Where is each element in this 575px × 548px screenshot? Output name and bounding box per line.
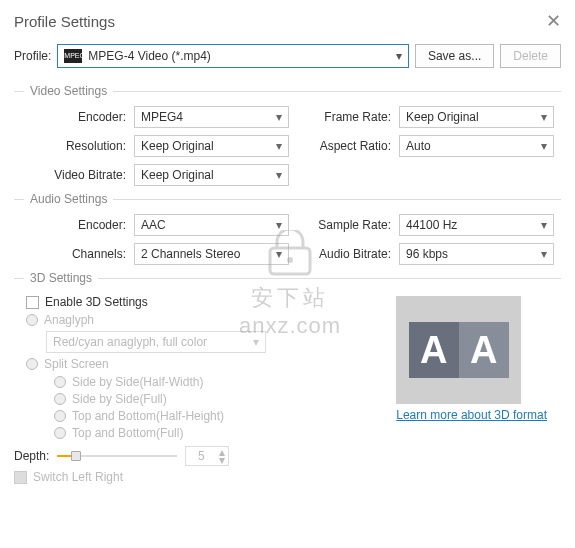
close-icon[interactable]: ✕ bbox=[546, 10, 561, 32]
tab-half-radio bbox=[54, 410, 66, 422]
split-screen-radio bbox=[26, 358, 38, 370]
page-title: Profile Settings bbox=[14, 13, 115, 30]
chevron-down-icon: ▾ bbox=[396, 49, 402, 63]
switch-lr-checkbox bbox=[14, 471, 27, 484]
audio-bitrate-label: Audio Bitrate: bbox=[289, 247, 399, 261]
profile-select[interactable]: MPEG MPEG-4 Video (*.mp4) ▾ bbox=[57, 44, 409, 68]
resolution-label: Resolution: bbox=[14, 139, 134, 153]
chevron-down-icon: ▾ bbox=[541, 110, 547, 124]
audio-encoder-label: Encoder: bbox=[14, 218, 134, 232]
learn-3d-link[interactable]: Learn more about 3D format bbox=[396, 408, 547, 422]
profile-label: Profile: bbox=[14, 49, 51, 63]
tab-half-label: Top and Bottom(Half-Height) bbox=[72, 409, 224, 423]
mpeg-icon: MPEG bbox=[64, 49, 82, 63]
3d-section-title: 3D Settings bbox=[30, 271, 92, 285]
depth-label: Depth: bbox=[14, 449, 49, 463]
delete-button: Delete bbox=[500, 44, 561, 68]
anaglyph-radio bbox=[26, 314, 38, 326]
resolution-select[interactable]: Keep Original▾ bbox=[134, 135, 289, 157]
split-screen-label: Split Screen bbox=[44, 357, 109, 371]
chevron-down-icon: ▾ bbox=[541, 139, 547, 153]
video-encoder-label: Encoder: bbox=[14, 110, 134, 124]
save-as-button[interactable]: Save as... bbox=[415, 44, 494, 68]
preview-left-a: A bbox=[409, 322, 459, 378]
chevron-down-icon: ▾ bbox=[276, 139, 282, 153]
frame-rate-label: Frame Rate: bbox=[289, 110, 399, 124]
enable-3d-checkbox[interactable] bbox=[26, 296, 39, 309]
audio-encoder-select[interactable]: AAC▾ bbox=[134, 214, 289, 236]
sbs-full-label: Side by Side(Full) bbox=[72, 392, 167, 406]
chevron-down-icon: ▾ bbox=[276, 110, 282, 124]
chevron-down-icon: ▾ bbox=[253, 335, 259, 349]
anaglyph-label: Anaglyph bbox=[44, 313, 94, 327]
audio-bitrate-select[interactable]: 96 kbps▾ bbox=[399, 243, 554, 265]
frame-rate-select[interactable]: Keep Original▾ bbox=[399, 106, 554, 128]
channels-label: Channels: bbox=[14, 247, 134, 261]
3d-preview: A A bbox=[396, 296, 521, 404]
tab-full-radio bbox=[54, 427, 66, 439]
video-bitrate-select[interactable]: Keep Original▾ bbox=[134, 164, 289, 186]
depth-spinner: 5 ▴▾ bbox=[185, 446, 229, 466]
chevron-down-icon: ▾ bbox=[216, 456, 228, 464]
video-encoder-select[interactable]: MPEG4▾ bbox=[134, 106, 289, 128]
chevron-down-icon: ▾ bbox=[276, 168, 282, 182]
chevron-down-icon: ▾ bbox=[541, 218, 547, 232]
sbs-half-radio bbox=[54, 376, 66, 388]
aspect-ratio-select[interactable]: Auto▾ bbox=[399, 135, 554, 157]
sbs-full-radio bbox=[54, 393, 66, 405]
sbs-half-label: Side by Side(Half-Width) bbox=[72, 375, 203, 389]
switch-lr-label: Switch Left Right bbox=[33, 470, 123, 484]
sample-rate-select[interactable]: 44100 Hz▾ bbox=[399, 214, 554, 236]
profile-value: MPEG-4 Video (*.mp4) bbox=[88, 49, 396, 63]
channels-select[interactable]: 2 Channels Stereo▾ bbox=[134, 243, 289, 265]
tab-full-label: Top and Bottom(Full) bbox=[72, 426, 183, 440]
chevron-down-icon: ▾ bbox=[276, 218, 282, 232]
video-section-title: Video Settings bbox=[30, 84, 107, 98]
aspect-ratio-label: Aspect Ratio: bbox=[289, 139, 399, 153]
audio-section-title: Audio Settings bbox=[30, 192, 107, 206]
chevron-down-icon: ▾ bbox=[276, 247, 282, 261]
enable-3d-label: Enable 3D Settings bbox=[45, 295, 148, 309]
preview-right-a: A bbox=[459, 322, 509, 378]
chevron-down-icon: ▾ bbox=[541, 247, 547, 261]
video-bitrate-label: Video Bitrate: bbox=[14, 168, 134, 182]
sample-rate-label: Sample Rate: bbox=[289, 218, 399, 232]
anaglyph-mode-select: Red/cyan anaglyph, full color ▾ bbox=[46, 331, 266, 353]
depth-slider[interactable] bbox=[57, 449, 177, 463]
